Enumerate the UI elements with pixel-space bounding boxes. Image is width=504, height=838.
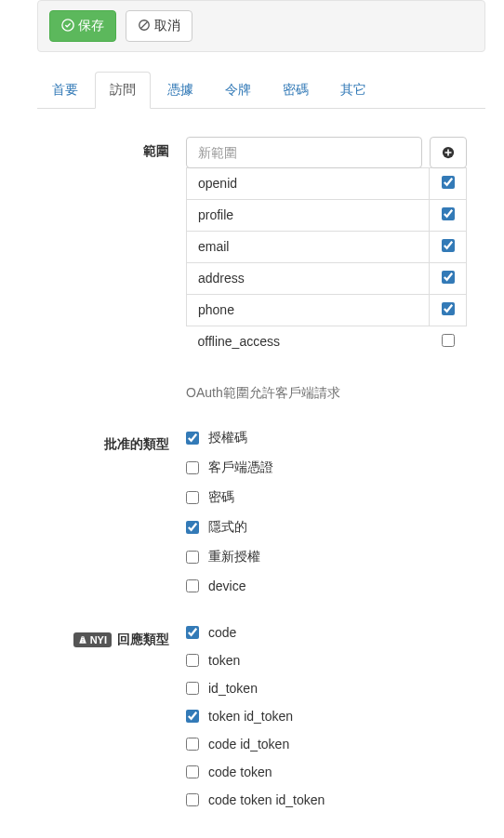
grant-type-checkbox[interactable] (186, 551, 199, 564)
grant-types-row: 批准的類型 授權碼客戶端憑證密碼隱式的重新授權device (37, 430, 467, 606)
response-type-label[interactable]: code token id_token (208, 792, 325, 807)
scope-row-item: phone (187, 294, 467, 326)
response-type-label[interactable]: code id_token (208, 737, 289, 752)
scope-checkbox[interactable] (442, 176, 455, 189)
scope-checkbox[interactable] (442, 207, 455, 220)
response-type-label[interactable]: token (208, 653, 240, 668)
response-type-label[interactable]: id_token (208, 681, 258, 696)
response-type-checkbox[interactable] (186, 626, 199, 639)
road-icon (78, 635, 87, 645)
response-type-item: token (186, 653, 467, 668)
tab-0[interactable]: 首要 (37, 72, 93, 109)
form-area: 範圍 openidprofileemailaddressphoneoffline… (0, 109, 504, 838)
cancel-button[interactable]: 取消 (126, 10, 192, 42)
tab-3[interactable]: 令牌 (210, 72, 266, 109)
tabs: 首要訪問憑據令牌密碼其它 (37, 71, 485, 109)
scope-checkbox[interactable] (442, 271, 455, 284)
scope-checkbox[interactable] (442, 302, 455, 315)
save-label: 保存 (78, 18, 104, 33)
grant-type-label[interactable]: 密碼 (208, 489, 234, 506)
tab-2[interactable]: 憑據 (153, 72, 208, 109)
grant-type-item: 授權碼 (186, 430, 467, 446)
scope-row-item: offline_access (187, 326, 467, 357)
grant-type-checkbox[interactable] (186, 432, 199, 445)
grant-type-item: 重新授權 (186, 549, 467, 565)
response-type-checkbox[interactable] (186, 682, 199, 695)
response-type-item: id_token (186, 681, 467, 696)
response-types-list: codetokenid_tokentoken id_tokencode id_t… (186, 625, 467, 807)
scope-row-item: profile (187, 199, 467, 231)
check-circle-icon (61, 19, 74, 32)
grant-types-label: 批准的類型 (37, 430, 186, 453)
tab-1[interactable]: 訪問 (95, 72, 151, 109)
grant-type-checkbox[interactable] (186, 461, 199, 474)
response-type-checkbox[interactable] (186, 738, 199, 751)
scope-row: 範圍 openidprofileemailaddressphoneoffline… (37, 137, 467, 402)
svg-line-2 (140, 22, 147, 29)
grant-type-label[interactable]: 重新授權 (208, 549, 260, 565)
grant-types-list: 授權碼客戶端憑證密碼隱式的重新授權device (186, 430, 467, 593)
response-type-checkbox[interactable] (186, 765, 199, 778)
tab-5[interactable]: 其它 (325, 72, 381, 109)
scope-row-item: openid (187, 167, 467, 199)
response-type-label[interactable]: code (208, 625, 236, 640)
response-type-item: code (186, 625, 467, 640)
scope-name: address (187, 262, 430, 294)
add-scope-button[interactable] (430, 137, 467, 168)
tab-4[interactable]: 密碼 (268, 72, 324, 109)
scope-row-item: email (187, 231, 467, 262)
nyi-badge-text: NYI (90, 634, 107, 645)
response-type-label[interactable]: code token (208, 765, 272, 779)
scope-name: phone (187, 294, 430, 326)
response-type-label[interactable]: token id_token (208, 709, 293, 724)
grant-type-label[interactable]: device (208, 579, 245, 593)
grant-type-item: 隱式的 (186, 519, 467, 536)
scope-name: email (187, 231, 430, 262)
grant-type-checkbox[interactable] (186, 579, 199, 592)
response-types-label-container: NYI 回應類型 (37, 625, 186, 648)
grant-type-label[interactable]: 客戶端憑證 (208, 459, 273, 476)
grant-type-item: 密碼 (186, 489, 467, 506)
scope-checkbox[interactable] (442, 239, 455, 252)
response-type-checkbox[interactable] (186, 710, 199, 723)
cancel-label: 取消 (154, 18, 180, 33)
new-scope-input[interactable] (186, 137, 422, 168)
scope-name: offline_access (187, 326, 430, 357)
grant-type-item: device (186, 579, 467, 593)
response-type-item: code token (186, 765, 467, 779)
response-type-checkbox[interactable] (186, 654, 199, 667)
scope-name: openid (187, 167, 430, 199)
response-types-row: NYI 回應類型 codetokenid_tokentoken id_token… (37, 625, 467, 820)
response-types-label: 回應類型 (117, 632, 169, 648)
grant-type-checkbox[interactable] (186, 521, 199, 534)
grant-type-label[interactable]: 隱式的 (208, 519, 247, 536)
grant-type-item: 客戶端憑證 (186, 459, 467, 476)
scope-checkbox[interactable] (442, 334, 455, 347)
toolbar: 保存 取消 (37, 0, 485, 52)
nyi-badge: NYI (73, 632, 112, 647)
grant-type-label[interactable]: 授權碼 (208, 430, 247, 446)
response-type-item: code token id_token (186, 792, 467, 807)
scope-table: openidprofileemailaddressphoneoffline_ac… (186, 167, 467, 357)
scope-help-text: OAuth範圍允許客戶端請求 (186, 385, 467, 402)
response-type-item: token id_token (186, 709, 467, 724)
grant-type-checkbox[interactable] (186, 491, 199, 504)
scope-row-item: address (187, 262, 467, 294)
scope-label: 範圍 (37, 137, 186, 160)
response-type-checkbox[interactable] (186, 793, 199, 806)
save-button[interactable]: 保存 (49, 10, 116, 42)
response-type-item: code id_token (186, 737, 467, 752)
plus-circle-icon (442, 146, 455, 159)
scope-name: profile (187, 199, 430, 231)
ban-icon (138, 19, 151, 32)
